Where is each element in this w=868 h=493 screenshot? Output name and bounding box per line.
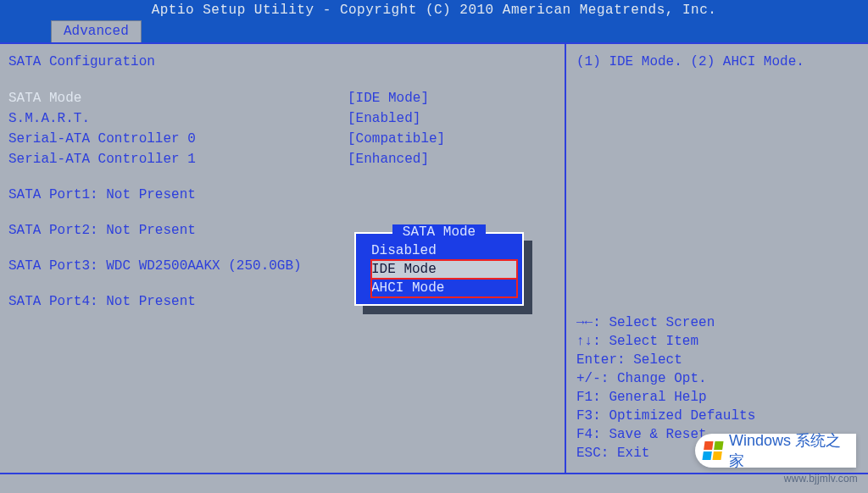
header-title: Aptio Setup Utility - Copyright (C) 2010… [152, 3, 717, 18]
bios-screen: Aptio Setup Utility - Copyright (C) 2010… [0, 0, 868, 493]
right-pane: (1) IDE Mode. (2) AHCI Mode. →←: Select … [566, 44, 868, 473]
setting-label: S.M.A.R.T. [8, 108, 348, 129]
popup-options: Disabled IDE Mode AHCI Mode [356, 240, 522, 304]
setting-value: [Enhanced] [348, 149, 429, 169]
popup-title: SATA Mode [392, 224, 486, 240]
help-key-line: +/-: Change Opt. [576, 369, 861, 388]
tab-advanced[interactable]: Advanced [51, 20, 142, 42]
setting-value: [Compatible] [348, 129, 445, 149]
help-key-line: F3: Optimized Defaults [576, 407, 861, 425]
setting-value: [Enabled] [348, 108, 420, 129]
left-pane: SATA Configuration SATA Mode [IDE Mode] … [0, 44, 566, 473]
setting-row-sata-mode[interactable]: SATA Mode [IDE Mode] [8, 88, 558, 108]
setting-label: Serial-ATA Controller 1 [8, 149, 348, 169]
setting-label: SATA Mode [8, 88, 348, 108]
popup-option-ide-mode[interactable]: IDE Mode [371, 260, 517, 279]
header-bar: Aptio Setup Utility - Copyright (C) 2010… [0, 0, 868, 20]
sata-port1: SATA Port1: Not Present [8, 185, 558, 205]
setting-row-sata-ctrl0[interactable]: Serial-ATA Controller 0 [Compatible] [8, 129, 558, 149]
setting-row-smart[interactable]: S.M.A.R.T. [Enabled] [8, 108, 558, 129]
help-key-line: Enter: Select [576, 351, 861, 369]
setting-value: [IDE Mode] [348, 88, 429, 108]
setting-row-sata-ctrl1[interactable]: Serial-ATA Controller 1 [Enhanced] [8, 149, 558, 169]
watermark-logo: Windows 系统之家 [695, 434, 856, 468]
windows-icon [702, 441, 723, 460]
content-frame: SATA Configuration SATA Mode [IDE Mode] … [0, 42, 868, 474]
watermark-brand: Windows 系统之家 [729, 430, 856, 471]
popup-option-ahci-mode[interactable]: AHCI Mode [371, 279, 517, 297]
menu-bar[interactable]: Advanced [0, 20, 868, 42]
help-description: (1) IDE Mode. (2) AHCI Mode. [576, 54, 861, 69]
help-key-line: →←: Select Screen [576, 313, 861, 332]
popup-sata-mode[interactable]: SATA Mode Disabled IDE Mode AHCI Mode [354, 232, 524, 306]
popup-option-disabled[interactable]: Disabled [371, 241, 517, 260]
section-title: SATA Configuration [8, 54, 558, 69]
help-key-line: F1: General Help [576, 388, 861, 407]
watermark-url: www.bjjmlv.com [784, 473, 858, 485]
help-key-line: ↑↓: Select Item [576, 332, 861, 351]
setting-label: Serial-ATA Controller 0 [8, 129, 348, 149]
